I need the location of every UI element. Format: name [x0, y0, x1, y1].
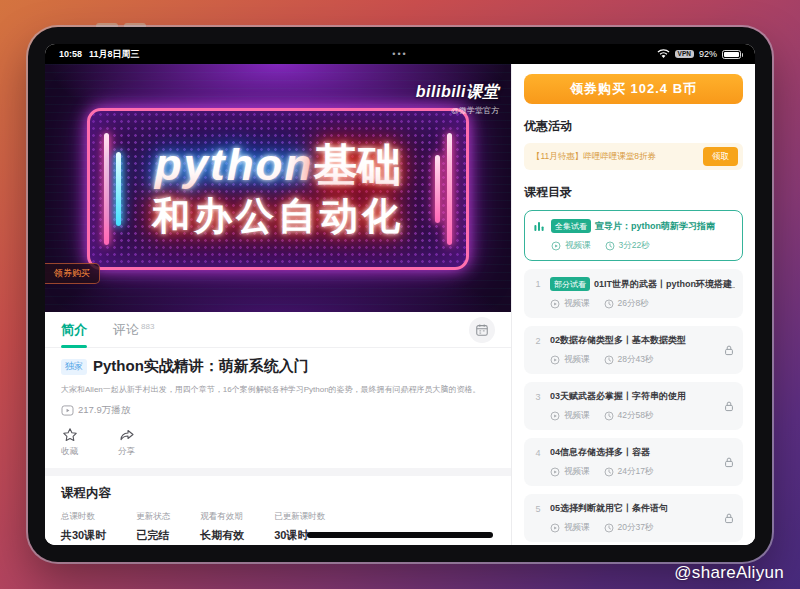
favorite-button[interactable]: 收藏 — [61, 427, 78, 458]
claim-coupon-button[interactable]: 领取 — [703, 147, 738, 166]
now-playing-icon — [533, 220, 545, 232]
neon-tube-right-2 — [435, 155, 440, 224]
play-circle-icon — [551, 241, 561, 251]
item-title: 02数据存储类型多丨基本数据类型 — [550, 334, 686, 347]
item-index: 4 — [532, 448, 544, 458]
tab-intro[interactable]: 简介 — [61, 321, 87, 339]
clock-icon — [605, 241, 615, 251]
item-type: 视频课 — [565, 240, 591, 252]
clock-icon — [604, 299, 614, 309]
play-circle-icon — [550, 467, 560, 477]
calendar-icon — [475, 323, 489, 337]
stat-validity: 观看有效期 长期有效 — [200, 511, 244, 543]
item-duration: 3分22秒 — [619, 240, 650, 252]
clock-icon — [604, 355, 614, 365]
item-index: 3 — [532, 392, 544, 402]
watermark: @shareAliyun — [674, 563, 784, 583]
promo-section-title: 优惠活动 — [524, 118, 743, 135]
right-sidebar: 领券购买 102.4 B币 优惠活动 【11月特惠】哔哩哔哩课堂8折券 领取 课… — [512, 64, 755, 545]
neon-tube-left-2 — [116, 152, 121, 227]
play-circle-icon — [550, 523, 560, 533]
neon-title-line2: 和办公自动化 — [152, 197, 404, 235]
home-indicator[interactable] — [307, 532, 493, 538]
clock-icon — [604, 523, 614, 533]
stat-total-lessons: 总课时数 共30课时 — [61, 511, 106, 543]
item-type: 视频课 — [564, 410, 590, 422]
clock-time: 10:58 — [59, 49, 82, 59]
neon-tube-left — [104, 133, 109, 245]
item-duration: 42分58秒 — [618, 410, 654, 422]
item-title: 03天赋武器必掌握丨字符串的使用 — [550, 390, 686, 403]
course-info-panel: 简介 评论 883 独家 — [45, 312, 511, 545]
catalog-list: 全集试看 宣导片：python萌新学习指南 视频课 3分22秒 — [524, 210, 743, 545]
item-duration: 24分17秒 — [618, 466, 654, 478]
battery-percent: 92% — [699, 49, 717, 59]
item-type: 视频课 — [564, 522, 590, 534]
star-icon — [62, 427, 78, 443]
battery-icon — [722, 50, 741, 59]
item-type: 视频课 — [564, 354, 590, 366]
neon-sign-board: python基础 和办公自动化 — [87, 108, 469, 270]
play-circle-icon — [550, 411, 560, 421]
calendar-button[interactable] — [469, 317, 495, 343]
play-count: 217.9万播放 — [78, 404, 130, 417]
bilibili-classroom-logo: bilibili课堂 @微学堂官方 — [416, 82, 499, 116]
left-column: python基础 和办公自动化 bilibili课堂 @微学堂官方 领券购买 — [45, 64, 512, 545]
catalog-item[interactable]: 2 02数据存储类型多丨基本数据类型 视频课 28分43秒 — [524, 326, 743, 374]
item-type: 视频课 — [564, 466, 590, 478]
catalog-item-current[interactable]: 全集试看 宣导片：python萌新学习指南 视频课 3分22秒 — [524, 210, 743, 261]
tab-comments[interactable]: 评论 883 — [113, 321, 154, 339]
share-icon — [119, 427, 135, 443]
stat-updated-lessons: 已更新课时数 30课时 — [274, 511, 325, 543]
buy-with-coupon-button[interactable]: 领券购买 102.4 B币 — [524, 74, 743, 104]
vpn-badge: VPN — [675, 50, 694, 59]
share-button[interactable]: 分享 — [118, 427, 135, 458]
wifi-icon — [657, 49, 670, 59]
lock-icon — [723, 512, 735, 525]
ipad-device: 10:58 11月8日周三 ••• VPN 92% — [28, 27, 772, 562]
stat-update-status: 更新状态 已完结 — [136, 511, 170, 543]
course-summary-section: 独家 Python实战精讲：萌新系统入门 大家和Allen一起从新手村出发，用四… — [45, 348, 511, 468]
item-duration: 26分8秒 — [618, 298, 649, 310]
item-title: 04信息存储选择多丨容器 — [550, 446, 650, 459]
desktop-background: 10:58 11月8日周三 ••• VPN 92% — [0, 0, 800, 589]
item-title: 01IT世界的武器丨python环境搭建_第一个 — [594, 278, 735, 291]
catalog-item[interactable]: 3 03天赋武器必掌握丨字符串的使用 视频课 42分58秒 — [524, 382, 743, 430]
item-duration: 28分43秒 — [618, 354, 654, 366]
item-title: 宣导片：python萌新学习指南 — [595, 220, 715, 233]
item-index: 2 — [532, 336, 544, 346]
catalog-section-title: 课程目录 — [524, 184, 743, 201]
multitask-dots-icon[interactable]: ••• — [392, 49, 407, 59]
item-title: 05选择判断就用它丨条件语句 — [550, 502, 668, 515]
video-coupon-badge[interactable]: 领券购买 — [45, 263, 100, 284]
item-duration: 20分37秒 — [618, 522, 654, 534]
catalog-item[interactable]: 5 05选择判断就用它丨条件语句 视频课 20分37秒 — [524, 494, 743, 542]
course-content-title: 课程内容 — [61, 485, 495, 502]
course-description: 大家和Allen一起从新手村出发，用四个章节，16个案例解锁各种学习Python… — [61, 384, 495, 396]
neon-tube-right — [447, 133, 452, 245]
promo-banner[interactable]: 【11月特惠】哔哩哔哩课堂8折券 领取 — [524, 143, 743, 170]
comments-count: 883 — [141, 322, 154, 331]
trial-badge: 部分试看 — [550, 277, 590, 291]
screen: 10:58 11月8日周三 ••• VPN 92% — [45, 44, 755, 545]
clock-date: 11月8日周三 — [89, 48, 140, 61]
catalog-item[interactable]: 4 04信息存储选择多丨容器 视频课 24分17秒 — [524, 438, 743, 486]
lock-icon — [723, 344, 735, 357]
tab-bar: 简介 评论 883 — [45, 312, 511, 348]
play-count-icon — [61, 405, 74, 416]
lock-icon — [723, 400, 735, 413]
video-player[interactable]: python基础 和办公自动化 bilibili课堂 @微学堂官方 领券购买 — [45, 64, 511, 312]
clock-icon — [604, 467, 614, 477]
neon-title-line1: python基础 — [155, 143, 402, 187]
play-circle-icon — [550, 299, 560, 309]
catalog-item[interactable]: 1 部分试看 01IT世界的武器丨python环境搭建_第一个 视频课 — [524, 269, 743, 318]
trial-badge: 全集试看 — [551, 219, 591, 233]
status-bar: 10:58 11月8日周三 ••• VPN 92% — [45, 44, 755, 64]
course-title: Python实战精讲：萌新系统入门 — [93, 357, 309, 376]
item-index: 5 — [532, 504, 544, 514]
item-type: 视频课 — [564, 298, 590, 310]
promo-text: 【11月特惠】哔哩哔哩课堂8折券 — [532, 151, 656, 163]
exclusive-badge: 独家 — [61, 359, 87, 375]
section-divider — [45, 468, 511, 476]
clock-icon — [604, 411, 614, 421]
